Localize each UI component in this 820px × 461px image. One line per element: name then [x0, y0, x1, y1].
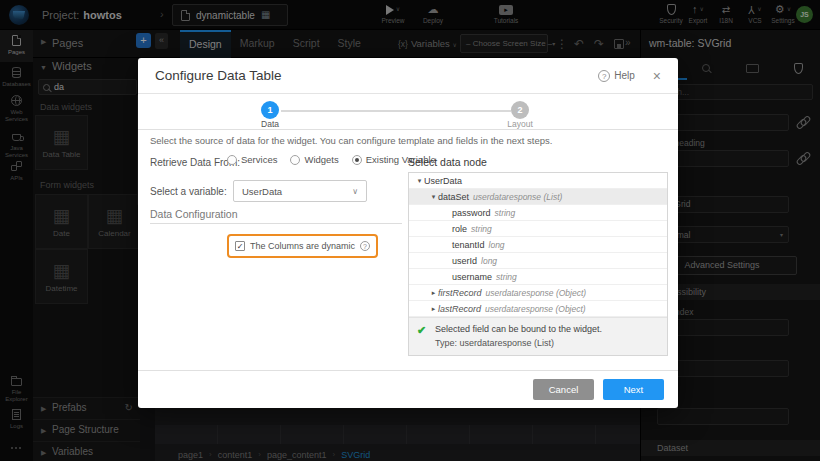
radio-circle: [352, 155, 362, 165]
tree-node-userId[interactable]: userIdlong: [409, 253, 667, 269]
tree-node-name: dataSet: [438, 192, 469, 202]
help-icon: ?: [598, 70, 610, 82]
tree-node-UserData[interactable]: ▾UserData: [409, 173, 667, 189]
tree-node-type: string: [496, 272, 517, 282]
stepper-line: [281, 110, 511, 112]
bind-info-line2: Type: userdataresponse (List): [435, 338, 659, 348]
tree-node-name: UserData: [424, 176, 462, 186]
tree-node-lastRecord[interactable]: ▸lastRecorduserdataresponse (Object): [409, 301, 667, 317]
wizard-stepper: 1 Data 2 Layout: [138, 94, 678, 130]
tree-node-dataSet[interactable]: ▾dataSetuserdataresponse (List): [409, 189, 667, 205]
data-configuration-heading: Data Configuration: [150, 208, 238, 220]
radio-circle: [290, 155, 300, 165]
tree-node-name: tenantId: [452, 240, 485, 250]
caret-right-icon[interactable]: ▸: [429, 289, 438, 297]
select-variable-label: Select a variable:: [150, 186, 227, 197]
bind-info-line1: Selected field can be bound to the widge…: [435, 324, 659, 334]
dynamic-columns-label: The Columns are dynamic: [250, 241, 355, 251]
bind-info-box: ✔ Selected field can be bound to the wid…: [409, 317, 667, 355]
tree-node-type: userdataresponse (Object): [485, 304, 586, 314]
tree-node-name: lastRecord: [438, 304, 481, 314]
tree-node-type: string: [471, 224, 492, 234]
data-source-radio-group: Services Widgets Existing Variable: [227, 154, 436, 165]
cancel-button[interactable]: Cancel: [533, 379, 594, 400]
tree-node-name: username: [452, 272, 492, 282]
tree-node-name: password: [452, 208, 491, 218]
dialog-footer: Cancel Next: [138, 370, 678, 408]
dialog-title: Configure Data Table: [155, 68, 598, 83]
data-node-tree: ▾UserData▾dataSetuserdataresponse (List)…: [408, 172, 668, 356]
select-data-node-label: Select data node: [408, 156, 487, 168]
tree-node-password[interactable]: passwordstring: [409, 205, 667, 221]
radio-circle: [227, 155, 237, 165]
tree-rows: ▾UserData▾dataSetuserdataresponse (List)…: [409, 173, 667, 317]
dynamic-columns-checkbox[interactable]: ✓: [235, 241, 245, 251]
tree-node-name: firstRecord: [438, 288, 482, 298]
tree-node-role[interactable]: rolestring: [409, 221, 667, 237]
step-1-label: Data: [240, 119, 300, 129]
next-button[interactable]: Next: [603, 379, 664, 400]
dynamic-columns-highlight-box[interactable]: ✓ The Columns are dynamic ?: [227, 234, 378, 258]
tree-node-type: long: [489, 240, 505, 250]
tree-node-username[interactable]: usernamestring: [409, 269, 667, 285]
close-icon[interactable]: ×: [653, 69, 661, 83]
caret-down-icon[interactable]: ▾: [415, 177, 424, 185]
tree-node-type: userdataresponse (Object): [486, 288, 587, 298]
dropdown-arrow-icon: ∨: [352, 187, 358, 196]
caret-right-icon[interactable]: ▸: [429, 305, 438, 313]
tree-node-firstRecord[interactable]: ▸firstRecorduserdataresponse (Object): [409, 285, 667, 301]
caret-down-icon[interactable]: ▾: [429, 193, 438, 201]
tree-node-type: string: [495, 208, 516, 218]
tree-node-type: long: [481, 256, 497, 266]
radio-services[interactable]: Services: [227, 154, 277, 165]
dialog-description: Select the source of data for the widget…: [150, 135, 552, 146]
configure-data-table-dialog: Configure Data Table ? Help × 1 Data 2 L…: [138, 58, 678, 408]
help-icon[interactable]: ?: [360, 241, 370, 251]
step-2-circle: 2: [511, 101, 529, 119]
help-button[interactable]: ? Help: [598, 70, 635, 82]
check-icon: ✔: [417, 324, 426, 337]
dialog-header: Configure Data Table ? Help ×: [138, 58, 678, 94]
tree-node-type: userdataresponse (List): [473, 192, 562, 202]
variable-select[interactable]: UserData ∨: [233, 180, 367, 202]
step-2-label: Layout: [490, 119, 550, 129]
tree-node-tenantId[interactable]: tenantIdlong: [409, 237, 667, 253]
tree-node-name: role: [452, 224, 467, 234]
radio-widgets[interactable]: Widgets: [290, 154, 338, 165]
step-1-circle: 1: [261, 101, 279, 119]
tree-node-name: userId: [452, 256, 477, 266]
section-divider: [150, 223, 402, 224]
